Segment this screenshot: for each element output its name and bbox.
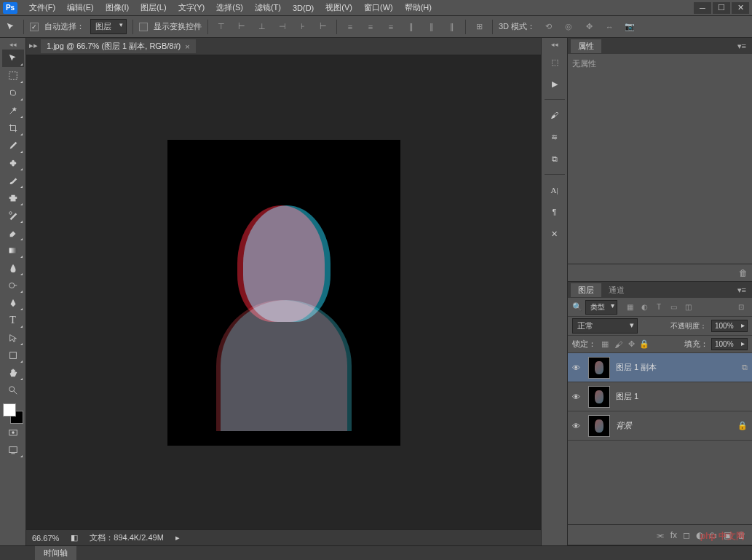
minimize-button[interactable]: ─ — [694, 2, 711, 14]
tool-presets-icon[interactable]: ✕ — [545, 224, 565, 243]
filter-kind-dropdown[interactable]: 类型 — [585, 300, 617, 315]
menu-edit[interactable]: 编辑(E) — [61, 1, 100, 15]
distribute-bottom-icon[interactable]: ≡ — [384, 20, 398, 34]
fill-input[interactable]: 100% — [711, 338, 748, 350]
status-flyout-icon[interactable]: ▸ — [175, 533, 180, 543]
visibility-toggle-icon[interactable]: 👁 — [572, 393, 582, 401]
hand-tool[interactable] — [2, 364, 24, 382]
visibility-toggle-icon[interactable]: 👁 — [572, 422, 582, 430]
menu-image[interactable]: 图像(I) — [100, 1, 135, 15]
character-panel-icon[interactable]: A| — [545, 181, 565, 200]
filter-adjustment-icon[interactable]: ◐ — [638, 301, 651, 314]
layer-row[interactable]: 👁 背景 🔒 — [568, 411, 752, 441]
status-nav-icon[interactable]: ◧ — [71, 533, 78, 543]
foreground-color[interactable] — [3, 403, 16, 417]
layer-row[interactable]: 👁 图层 1 副本 ⧉ — [568, 353, 752, 382]
align-right-icon[interactable]: ⊢ — [316, 20, 331, 34]
layer-link-icon[interactable]: ⧉ — [742, 363, 748, 372]
clone-source-icon[interactable]: ⧉ — [545, 149, 565, 168]
blend-mode-dropdown[interactable]: 正常 — [572, 318, 638, 334]
document-tab-close-icon[interactable]: × — [185, 42, 189, 51]
delete-icon[interactable]: 🗑 — [739, 268, 748, 278]
eyedropper-tool[interactable] — [2, 137, 24, 154]
toolbar-collapse-icon[interactable]: ◂◂ — [4, 41, 22, 50]
layer-name[interactable]: 图层 1 副本 — [616, 362, 657, 373]
layer-name[interactable]: 图层 1 — [616, 391, 638, 402]
distribute-vcenter-icon[interactable]: ≡ — [363, 20, 378, 34]
zoom-tool[interactable] — [2, 382, 24, 399]
distribute-hcenter-icon[interactable]: ‖ — [424, 20, 439, 34]
3d-zoom-icon[interactable]: 📷 — [622, 20, 637, 34]
zoom-level[interactable]: 66.67% — [32, 534, 59, 543]
distribute-right-icon[interactable]: ‖ — [445, 20, 459, 34]
layer-mask-icon[interactable]: ◻ — [683, 530, 690, 540]
eraser-tool[interactable] — [2, 224, 24, 242]
layer-row[interactable]: 👁 图层 1 — [568, 382, 752, 411]
layer-style-icon[interactable]: fx — [670, 530, 677, 540]
3d-pan-icon[interactable]: ✥ — [582, 20, 596, 34]
search-icon[interactable]: 🔍 — [572, 302, 582, 312]
layer-name[interactable]: 背景 — [616, 420, 632, 431]
magic-wand-tool[interactable] — [2, 102, 24, 119]
filter-type-icon[interactable]: T — [652, 301, 665, 314]
lock-transparent-icon[interactable]: ▦ — [599, 339, 611, 350]
align-top-icon[interactable]: ⊤ — [214, 20, 229, 34]
filter-shape-icon[interactable]: ▭ — [667, 301, 680, 314]
3d-orbit-icon[interactable]: ⟲ — [541, 20, 555, 34]
menu-type[interactable]: 文字(Y) — [173, 1, 211, 15]
clone-stamp-tool[interactable] — [2, 189, 24, 207]
align-hcenter-icon[interactable]: ⊦ — [296, 20, 310, 34]
actions-panel-icon[interactable]: ▶ — [545, 74, 565, 93]
menu-file[interactable]: 文件(F) — [23, 1, 61, 15]
properties-tab[interactable]: 属性 — [571, 39, 601, 53]
canvas-image[interactable] — [167, 140, 400, 446]
dodge-tool[interactable] — [2, 277, 24, 294]
menu-select[interactable]: 选择(S) — [210, 1, 249, 15]
timeline-tab[interactable]: 时间轴 — [35, 546, 76, 560]
align-vcenter-icon[interactable]: ⊢ — [234, 20, 249, 34]
type-tool[interactable]: T — [2, 312, 24, 329]
lasso-tool[interactable] — [2, 84, 24, 102]
brush-panel-icon[interactable]: 🖌 — [545, 106, 565, 125]
current-tool-icon[interactable] — [4, 20, 17, 33]
filter-pixel-icon[interactable]: ▦ — [623, 301, 636, 314]
lock-all-icon[interactable]: 🔒 — [638, 339, 650, 350]
paragraph-panel-icon[interactable]: ¶ — [545, 202, 565, 221]
align-bottom-icon[interactable]: ⊥ — [255, 20, 269, 34]
maximize-button[interactable]: ☐ — [713, 2, 730, 14]
layers-menu-icon[interactable]: ▾≡ — [735, 285, 749, 295]
align-left-icon[interactable]: ⊣ — [275, 20, 290, 34]
brush-tool[interactable] — [2, 172, 24, 189]
menu-view[interactable]: 视图(V) — [320, 1, 358, 15]
blur-tool[interactable] — [2, 259, 24, 277]
layer-thumbnail[interactable] — [588, 357, 610, 379]
lock-pixels-icon[interactable]: 🖌 — [612, 339, 624, 350]
menu-window[interactable]: 窗口(W) — [358, 1, 399, 15]
distribute-left-icon[interactable]: ‖ — [404, 20, 419, 34]
channels-tab[interactable]: 通道 — [601, 283, 632, 297]
transform-controls-checkbox[interactable] — [139, 23, 148, 31]
3d-roll-icon[interactable]: ◎ — [561, 20, 576, 34]
move-tool[interactable] — [2, 50, 24, 67]
healing-brush-tool[interactable] — [2, 154, 24, 172]
menu-layer[interactable]: 图层(L) — [135, 1, 172, 15]
filter-toggle-switch[interactable]: ⊡ — [735, 301, 748, 314]
filter-smart-icon[interactable]: ◫ — [681, 301, 694, 314]
visibility-toggle-icon[interactable]: 👁 — [572, 363, 582, 372]
menu-help[interactable]: 帮助(H) — [399, 1, 438, 15]
auto-select-dropdown[interactable]: 图层 — [90, 19, 127, 34]
quick-mask-tool[interactable] — [2, 424, 24, 441]
brush-presets-icon[interactable]: ≋ — [545, 127, 565, 146]
3d-slide-icon[interactable]: ↔ — [602, 20, 617, 34]
auto-align-icon[interactable]: ⊞ — [472, 20, 486, 34]
menu-filter[interactable]: 滤镜(T) — [249, 1, 287, 15]
auto-select-checkbox[interactable] — [30, 23, 39, 31]
layer-thumbnail[interactable] — [588, 415, 610, 437]
layer-lock-icon[interactable]: 🔒 — [737, 421, 748, 430]
marquee-tool[interactable] — [2, 67, 24, 84]
screen-mode-tool[interactable] — [2, 441, 24, 459]
panel-collapse-icon[interactable]: ◂◂ — [546, 41, 563, 50]
layer-thumbnail[interactable] — [588, 386, 610, 408]
canvas-viewport[interactable] — [26, 55, 541, 529]
crop-tool[interactable] — [2, 119, 24, 137]
